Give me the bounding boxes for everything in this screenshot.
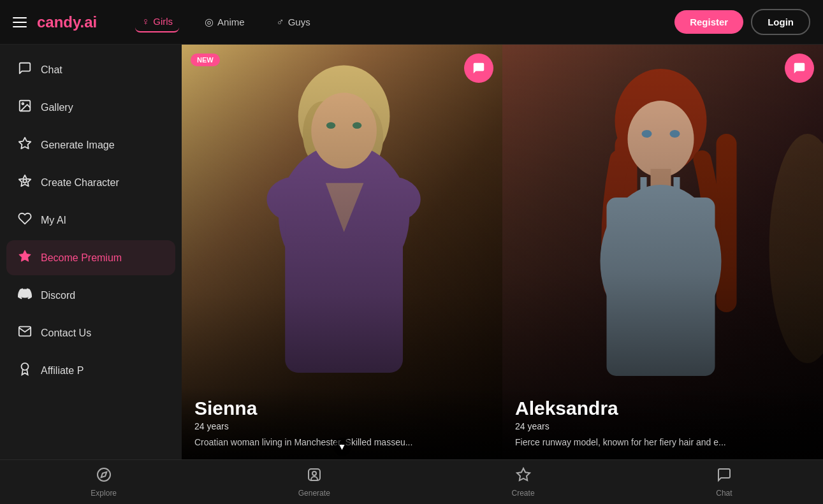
contact-us-icon [17, 324, 33, 342]
main-content: NEW Sienna 24 years Croatian woman livin… [182, 45, 823, 459]
my-ai-icon [17, 212, 33, 229]
logo-accent: .ai [80, 13, 98, 31]
header-actions: Register Login [674, 9, 810, 35]
bottom-chat-icon [717, 467, 732, 486]
generate-icon [307, 467, 322, 486]
login-button[interactable]: Login [751, 9, 810, 35]
gallery-icon [17, 99, 33, 116]
register-button[interactable]: Register [674, 10, 743, 34]
sidebar-item-gallery[interactable]: Gallery [6, 90, 175, 125]
sidebar-item-chat[interactable]: Chat [6, 52, 175, 87]
logo-text: candy [37, 13, 80, 31]
svg-marker-39 [517, 468, 530, 480]
bottom-nav-chat[interactable]: Chat [716, 467, 732, 498]
logo: candy.ai [37, 13, 97, 31]
bottom-nav-generate-label: Generate [298, 489, 330, 498]
sidebar-item-my-ai[interactable]: My AI [6, 203, 175, 238]
nav-guys[interactable]: ♂ Guys [270, 13, 317, 32]
nav-girls-label: Girls [153, 16, 173, 27]
sienna-name: Sienna [194, 398, 490, 419]
nav-guys-label: Guys [288, 17, 310, 27]
aleksandra-age: 24 years [515, 421, 810, 431]
sidebar-item-become-premium[interactable]: Become Premium [6, 240, 175, 275]
main-nav: ♀ Girls ◎ Anime ♂ Guys [135, 12, 316, 32]
sidebar-item-discord[interactable]: Discord [6, 278, 175, 313]
bottom-nav-create-label: Create [512, 489, 535, 498]
bottom-nav-explore[interactable]: Explore [91, 467, 117, 498]
svg-marker-4 [19, 250, 31, 261]
create-icon [516, 467, 531, 486]
nav-girls[interactable]: ♀ Girls [135, 12, 179, 32]
girls-icon: ♀ [142, 16, 149, 27]
bottom-nav-create[interactable]: Create [512, 467, 535, 498]
nav-anime-label: Anime [217, 17, 245, 27]
sidebar-item-affiliate[interactable]: Affiliate P [6, 353, 175, 388]
premium-icon [17, 249, 33, 266]
header: candy.ai ♀ Girls ◎ Anime ♂ Guys Register… [0, 0, 823, 45]
sidebar-become-premium-label: Become Premium [41, 252, 122, 264]
svg-marker-36 [101, 472, 106, 477]
svg-marker-2 [19, 138, 31, 148]
sidebar-generate-image-label: Generate Image [41, 140, 115, 151]
sidebar-chat-label: Chat [41, 64, 62, 76]
affiliate-icon [17, 362, 33, 379]
bottom-nav-chat-label: Chat [716, 489, 732, 498]
sidebar-item-create-character[interactable]: Create Character [6, 165, 175, 200]
hamburger-menu[interactable] [13, 17, 27, 27]
sidebar-my-ai-label: My AI [41, 215, 66, 226]
sidebar-create-character-label: Create Character [41, 177, 119, 189]
svg-point-38 [312, 472, 316, 475]
sidebar-discord-label: Discord [41, 290, 75, 301]
bottom-nav-generate[interactable]: Generate [298, 467, 330, 498]
aleksandra-description: Fierce runway model, known for her fiery… [515, 436, 810, 449]
character-card-aleksandra[interactable]: Aleksandra 24 years Fierce runway model,… [502, 45, 823, 459]
bottom-nav-explore-label: Explore [91, 489, 117, 498]
generate-image-icon [17, 136, 33, 154]
anime-icon: ◎ [205, 16, 214, 28]
guys-icon: ♂ [277, 17, 284, 28]
create-character-icon [17, 174, 33, 191]
nav-anime[interactable]: ◎ Anime [198, 12, 251, 32]
svg-point-3 [23, 179, 27, 183]
char-info-aleksandra: Aleksandra 24 years Fierce runway model,… [502, 387, 823, 459]
bottom-nav: Explore Generate Create Chat [0, 459, 823, 504]
sidebar-contact-us-label: Contact Us [41, 328, 91, 339]
new-badge: NEW [191, 54, 220, 66]
scroll-down-indicator: ▼ [333, 438, 351, 456]
aleksandra-name: Aleksandra [515, 398, 810, 419]
sidebar-item-contact-us[interactable]: Contact Us [6, 315, 175, 350]
explore-icon [96, 467, 112, 486]
chat-icon [17, 61, 33, 78]
discord-icon [17, 287, 33, 304]
character-card-sienna[interactable]: NEW Sienna 24 years Croatian woman livin… [182, 45, 502, 459]
sienna-age: 24 years [194, 421, 490, 431]
chat-bubble-button-aleksandra[interactable] [785, 54, 814, 83]
sidebar-affiliate-label: Affiliate P [41, 365, 84, 377]
chat-bubble-button-sienna[interactable] [464, 54, 493, 83]
svg-point-5 [22, 363, 29, 370]
svg-point-1 [22, 103, 24, 104]
svg-point-35 [98, 468, 110, 481]
sidebar-gallery-label: Gallery [41, 102, 73, 113]
sidebar-item-generate-image[interactable]: Generate Image [6, 127, 175, 162]
sidebar: Chat Gallery Generate Image Create Chara… [0, 45, 182, 504]
